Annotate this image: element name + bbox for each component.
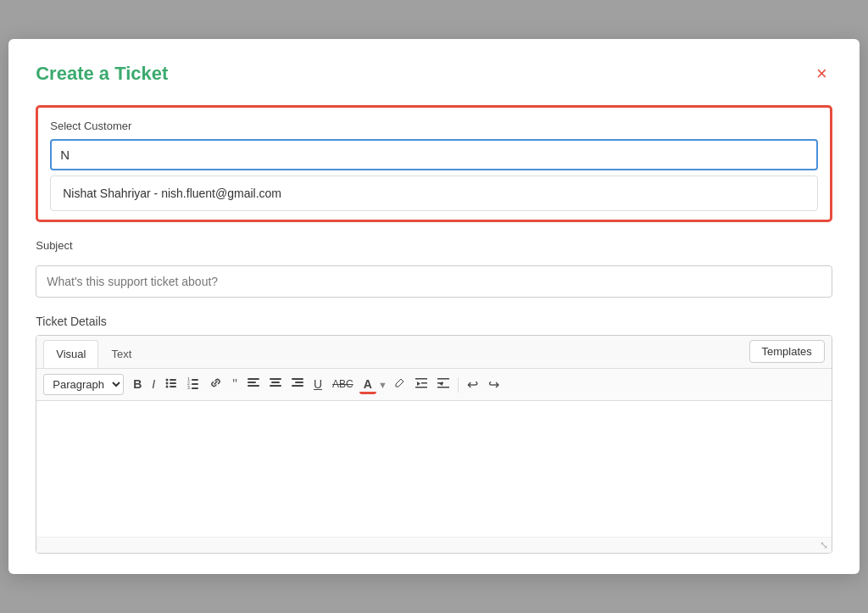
svg-rect-13 xyxy=(248,382,256,383)
modal-title: Create a Ticket xyxy=(36,63,168,85)
svg-point-0 xyxy=(166,378,169,381)
svg-rect-17 xyxy=(270,385,281,387)
svg-rect-19 xyxy=(295,382,303,383)
font-color-button[interactable]: A xyxy=(359,375,376,394)
redo-button[interactable]: ↪ xyxy=(484,374,504,395)
svg-rect-16 xyxy=(271,382,280,383)
customer-input[interactable] xyxy=(50,139,818,170)
templates-button[interactable]: Templates xyxy=(749,340,825,363)
highlight-button[interactable] xyxy=(389,375,409,395)
svg-rect-12 xyxy=(248,378,259,380)
svg-rect-9 xyxy=(192,383,198,385)
dropdown-item[interactable]: Nishat Shahriyar - nish.fluent@gmail.com xyxy=(51,176,817,210)
editor-body[interactable] xyxy=(36,401,832,537)
svg-rect-5 xyxy=(170,386,176,387)
tab-visual[interactable]: Visual xyxy=(43,340,98,368)
tab-text[interactable]: Text xyxy=(98,340,144,368)
subject-section: Subject xyxy=(36,239,832,298)
align-left-button[interactable] xyxy=(243,375,264,395)
svg-rect-18 xyxy=(292,378,303,380)
svg-point-4 xyxy=(166,385,169,387)
svg-rect-20 xyxy=(292,385,303,387)
svg-rect-11 xyxy=(192,387,198,389)
undo-button[interactable]: ↩ xyxy=(463,374,482,395)
indent-button[interactable] xyxy=(411,375,431,395)
ticket-details-label: Ticket Details xyxy=(36,315,832,328)
svg-rect-14 xyxy=(248,385,259,387)
bullet-list-button[interactable] xyxy=(161,375,181,395)
subject-input[interactable] xyxy=(36,265,832,298)
svg-point-2 xyxy=(166,382,169,384)
svg-rect-15 xyxy=(270,378,281,380)
underline-button[interactable]: U xyxy=(309,375,326,394)
italic-button[interactable]: I xyxy=(147,375,159,394)
align-center-button[interactable] xyxy=(265,375,286,395)
outdent-button[interactable] xyxy=(433,375,453,395)
paragraph-select[interactable]: Paragraph xyxy=(43,374,124,395)
svg-rect-25 xyxy=(437,382,443,384)
create-ticket-modal: Create a Ticket × Select Customer Nishat… xyxy=(8,39,860,574)
editor-tabs-row: Visual Text Templates xyxy=(36,336,832,369)
modal-overlay: Create a Ticket × Select Customer Nishat… xyxy=(0,0,868,613)
svg-rect-26 xyxy=(437,387,449,388)
customer-dropdown: Nishat Shahriyar - nish.fluent@gmail.com xyxy=(50,176,818,211)
font-color-dropdown-icon: ▼ xyxy=(378,380,387,390)
svg-rect-22 xyxy=(421,382,427,384)
toolbar-divider xyxy=(458,377,459,393)
svg-rect-7 xyxy=(192,379,198,381)
editor-toolbar: Paragraph B I 1.2.3. " xyxy=(36,369,832,401)
svg-rect-24 xyxy=(437,378,449,380)
link-button[interactable] xyxy=(205,374,226,395)
align-right-button[interactable] xyxy=(287,375,308,395)
select-customer-section: Select Customer Nishat Shahriyar - nish.… xyxy=(36,105,832,222)
editor-container: Visual Text Templates Paragraph B I xyxy=(36,335,832,554)
ordered-list-button[interactable]: 1.2.3. xyxy=(183,375,203,395)
modal-header: Create a Ticket × xyxy=(36,63,832,85)
svg-text:3.: 3. xyxy=(187,385,191,389)
resize-icon: ⤡ xyxy=(820,539,828,551)
select-customer-label: Select Customer xyxy=(50,120,818,132)
strikethrough-button[interactable]: ABC xyxy=(328,376,358,393)
svg-rect-1 xyxy=(170,379,176,381)
ticket-details-section: Ticket Details Visual Text Templates Par… xyxy=(36,315,832,554)
tabs-left: Visual Text xyxy=(43,336,144,368)
blockquote-button[interactable]: " xyxy=(228,374,242,395)
editor-resize-handle: ⤡ xyxy=(36,537,832,553)
svg-rect-21 xyxy=(415,378,427,380)
svg-rect-23 xyxy=(415,387,427,388)
close-button[interactable]: × xyxy=(811,63,832,85)
bold-button[interactable]: B xyxy=(129,375,146,394)
subject-label: Subject xyxy=(36,239,832,252)
svg-rect-3 xyxy=(170,382,176,384)
